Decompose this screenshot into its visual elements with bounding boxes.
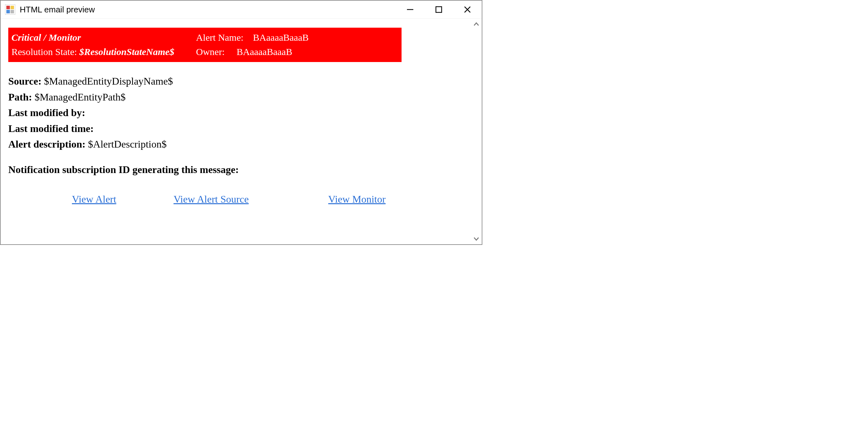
alert-name-label: Alert Name: [196, 32, 243, 43]
svg-rect-4 [10, 10, 14, 13]
alert-description-label: Alert description: [8, 138, 86, 150]
svg-rect-6 [436, 7, 442, 12]
client-area: Critical / Monitor Alert Name: BAaaaaBaa… [1, 19, 482, 244]
maximize-button[interactable] [425, 1, 453, 19]
resolution-state-value: $ResolutionStateName$ [79, 46, 174, 57]
source-label: Source: [8, 75, 41, 87]
svg-rect-1 [6, 6, 10, 9]
minimize-button[interactable] [396, 1, 425, 19]
close-button[interactable] [453, 1, 482, 19]
alert-description-value: $AlertDescription$ [88, 138, 167, 150]
alert-name-value: BAaaaaBaaaB [253, 32, 309, 43]
resolution-state-label: Resolution State: [11, 46, 77, 57]
email-preview-content: Critical / Monitor Alert Name: BAaaaaBaa… [1, 19, 471, 244]
path-label: Path: [8, 91, 32, 103]
window-title: HTML email preview [20, 5, 396, 14]
vertical-scrollbar[interactable] [471, 19, 482, 244]
window-controls [396, 1, 482, 19]
subscription-id-label: Notification subscription ID generating … [8, 164, 239, 175]
owner-label: Owner: [196, 46, 225, 57]
subscription-id-line: Notification subscription ID generating … [8, 164, 471, 176]
view-monitor-link[interactable]: View Monitor [328, 193, 385, 205]
alert-header-banner: Critical / Monitor Alert Name: BAaaaaBaa… [8, 28, 402, 62]
svg-rect-3 [6, 10, 10, 13]
severity-source: Critical / Monitor [11, 32, 81, 43]
window-frame: HTML email preview Critical / Monitor [0, 0, 483, 245]
action-links-row: View Alert View Alert Source View Monito… [8, 193, 471, 205]
view-alert-link[interactable]: View Alert [72, 193, 116, 205]
svg-rect-2 [10, 6, 14, 9]
owner-value: BAaaaaBaaaB [237, 46, 292, 57]
view-alert-source-link[interactable]: View Alert Source [174, 193, 248, 205]
path-value: $ManagedEntityPath$ [35, 91, 126, 103]
source-value: $ManagedEntityDisplayName$ [44, 75, 173, 87]
titlebar: HTML email preview [1, 1, 482, 19]
alert-body: Source: $ManagedEntityDisplayName$ Path:… [8, 73, 471, 152]
scroll-up-arrow-icon[interactable] [471, 19, 482, 30]
app-icon [5, 4, 15, 14]
last-modified-by-label: Last modified by: [8, 107, 85, 118]
last-modified-time-label: Last modified time: [8, 123, 94, 134]
scroll-down-arrow-icon[interactable] [471, 233, 482, 244]
